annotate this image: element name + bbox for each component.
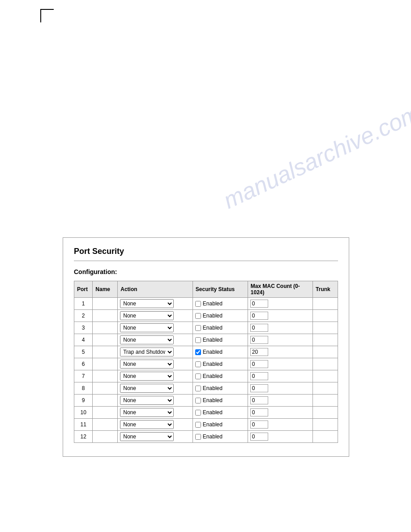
cell-port-3: 3 [74, 322, 93, 334]
table-row: 1NoneTrapShutdownTrap and ShutdownEnable… [74, 298, 338, 310]
enabled-checkbox-7[interactable] [195, 373, 201, 379]
cell-security-11: Enabled [193, 419, 248, 431]
enabled-checkbox-10[interactable] [195, 410, 201, 416]
port-security-table: Port Name Action Security Status Max MAC… [74, 281, 338, 443]
cell-port-7: 7 [74, 370, 93, 382]
cell-trunk-6 [313, 358, 338, 370]
mac-input-8[interactable] [250, 384, 268, 392]
cell-name-10 [93, 407, 118, 419]
action-select-6[interactable]: NoneTrapShutdownTrap and Shutdown [120, 360, 174, 369]
action-select-12[interactable]: NoneTrapShutdownTrap and Shutdown [120, 432, 174, 441]
enabled-label-3: Enabled [203, 325, 223, 331]
cell-security-1: Enabled [193, 298, 248, 310]
table-row: 12NoneTrapShutdownTrap and ShutdownEnabl… [74, 431, 338, 443]
mac-input-4[interactable] [250, 336, 268, 344]
enabled-label-12: Enabled [203, 433, 223, 440]
cell-trunk-2 [313, 310, 338, 322]
mac-input-3[interactable] [250, 324, 268, 332]
page-corner [40, 9, 54, 22]
enabled-label-5: Enabled [203, 349, 223, 355]
enabled-checkbox-3[interactable] [195, 325, 201, 331]
action-select-10[interactable]: NoneTrapShutdownTrap and Shutdown [120, 408, 174, 417]
cell-action-8: NoneTrapShutdownTrap and Shutdown [118, 382, 193, 395]
table-header-row: Port Name Action Security Status Max MAC… [74, 281, 338, 298]
cell-name-6 [93, 358, 118, 370]
enabled-checkbox-11[interactable] [195, 422, 201, 428]
cell-trunk-10 [313, 407, 338, 419]
cell-action-7: NoneTrapShutdownTrap and Shutdown [118, 370, 193, 382]
enabled-checkbox-12[interactable] [195, 434, 201, 440]
cell-trunk-12 [313, 431, 338, 443]
cell-name-9 [93, 395, 118, 407]
cell-port-9: 9 [74, 395, 93, 407]
cell-action-9: NoneTrapShutdownTrap and Shutdown [118, 395, 193, 407]
action-select-8[interactable]: NoneTrapShutdownTrap and Shutdown [120, 384, 174, 393]
mac-input-6[interactable] [250, 360, 268, 368]
enabled-label-11: Enabled [203, 421, 223, 428]
action-select-4[interactable]: NoneTrapShutdownTrap and Shutdown [120, 335, 174, 344]
table-row: 8NoneTrapShutdownTrap and ShutdownEnable… [74, 382, 338, 395]
cell-trunk-11 [313, 419, 338, 431]
mac-input-7[interactable] [250, 372, 268, 380]
enabled-checkbox-6[interactable] [195, 361, 201, 367]
cell-port-11: 11 [74, 419, 93, 431]
cell-security-7: Enabled [193, 370, 248, 382]
main-container: Port Security Configuration: Port Name A… [63, 237, 349, 457]
table-row: 9NoneTrapShutdownTrap and ShutdownEnable… [74, 395, 338, 407]
action-select-2[interactable]: NoneTrapShutdownTrap and Shutdown [120, 311, 174, 320]
cell-trunk-8 [313, 382, 338, 395]
cell-mac-2 [248, 310, 313, 322]
cell-name-5 [93, 346, 118, 358]
cell-security-6: Enabled [193, 358, 248, 370]
enabled-checkbox-2[interactable] [195, 313, 201, 319]
watermark: manualsarchive.com [219, 99, 411, 214]
cell-action-5: NoneTrapShutdownTrap and Shutdown [118, 346, 193, 358]
enabled-label-10: Enabled [203, 409, 223, 416]
col-header-security: Security Status [193, 281, 248, 298]
action-select-1[interactable]: NoneTrapShutdownTrap and Shutdown [120, 299, 174, 308]
enabled-checkbox-9[interactable] [195, 398, 201, 403]
cell-security-12: Enabled [193, 431, 248, 443]
mac-input-2[interactable] [250, 312, 268, 320]
table-row: 5NoneTrapShutdownTrap and ShutdownEnable… [74, 346, 338, 358]
section-label: Configuration: [74, 268, 338, 275]
enabled-label-6: Enabled [203, 361, 223, 367]
enabled-checkbox-4[interactable] [195, 337, 201, 343]
enabled-label-8: Enabled [203, 385, 223, 391]
table-row: 11NoneTrapShutdownTrap and ShutdownEnabl… [74, 419, 338, 431]
mac-input-9[interactable] [250, 396, 268, 404]
action-select-3[interactable]: NoneTrapShutdownTrap and Shutdown [120, 323, 174, 332]
enabled-label-2: Enabled [203, 313, 223, 319]
enabled-checkbox-8[interactable] [195, 386, 201, 391]
cell-mac-12 [248, 431, 313, 443]
table-row: 2NoneTrapShutdownTrap and ShutdownEnable… [74, 310, 338, 322]
action-select-11[interactable]: NoneTrapShutdownTrap and Shutdown [120, 420, 174, 429]
mac-input-10[interactable] [250, 408, 268, 416]
cell-trunk-3 [313, 322, 338, 334]
table-row: 4NoneTrapShutdownTrap and ShutdownEnable… [74, 334, 338, 346]
title-divider [74, 261, 338, 261]
table-row: 3NoneTrapShutdownTrap and ShutdownEnable… [74, 322, 338, 334]
cell-security-3: Enabled [193, 322, 248, 334]
cell-mac-6 [248, 358, 313, 370]
enabled-checkbox-1[interactable] [195, 301, 201, 307]
table-row: 7NoneTrapShutdownTrap and ShutdownEnable… [74, 370, 338, 382]
cell-mac-1 [248, 298, 313, 310]
cell-action-12: NoneTrapShutdownTrap and Shutdown [118, 431, 193, 443]
cell-security-9: Enabled [193, 395, 248, 407]
cell-port-5: 5 [74, 346, 93, 358]
cell-port-6: 6 [74, 358, 93, 370]
cell-mac-4 [248, 334, 313, 346]
cell-action-3: NoneTrapShutdownTrap and Shutdown [118, 322, 193, 334]
action-select-9[interactable]: NoneTrapShutdownTrap and Shutdown [120, 396, 174, 405]
enabled-checkbox-5[interactable] [195, 349, 201, 355]
cell-name-3 [93, 322, 118, 334]
action-select-5[interactable]: NoneTrapShutdownTrap and Shutdown [120, 348, 174, 356]
action-select-7[interactable]: NoneTrapShutdownTrap and Shutdown [120, 372, 174, 381]
mac-input-11[interactable] [250, 420, 268, 429]
mac-input-12[interactable] [250, 433, 268, 441]
cell-name-11 [93, 419, 118, 431]
cell-security-5: Enabled [193, 346, 248, 358]
mac-input-5[interactable] [250, 348, 268, 356]
mac-input-1[interactable] [250, 300, 268, 308]
